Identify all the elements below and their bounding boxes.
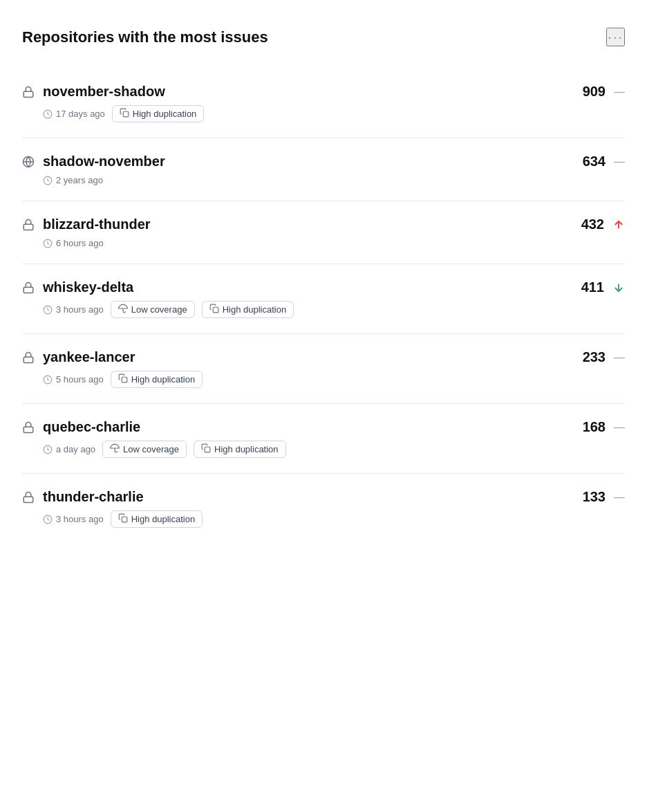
time-label: a day ago [56,444,95,454]
clock-icon [43,375,53,385]
lock-icon [22,491,35,504]
repo-right: 233 — [583,349,625,365]
time-label: 5 hours ago [56,374,104,385]
repo-count: 233 [583,349,606,365]
badge-duplication: High duplication [111,371,203,388]
repo-name: shadow-november [43,154,165,169]
repo-meta-row: 17 days ago High duplication [43,105,625,122]
repo-count: 634 [583,154,606,169]
repo-right: 909 — [583,84,625,100]
badge-coverage: Low coverage [102,441,187,458]
svg-rect-15 [122,377,127,382]
repo-count: 432 [581,216,604,232]
repo-main-row: blizzard-thunder 432 [22,216,625,232]
repo-time: 3 hours ago [43,514,104,524]
badge-label: High duplication [223,304,287,315]
repo-right: 133 — [583,489,625,505]
lock-icon [22,282,35,294]
repo-name: yankee-lancer [43,349,135,365]
repo-meta-row: 3 hours ago High duplication [43,510,625,528]
repo-left: thunder-charlie [22,489,144,505]
badge-label: High duplication [214,444,279,454]
repo-main-row: november-shadow 909 — [22,84,625,100]
coverage-badge-icon [110,443,120,455]
lock-icon [22,219,35,231]
lock-icon [22,351,35,364]
clock-icon [43,305,53,315]
repo-left: blizzard-thunder [22,216,151,232]
repo-count: 168 [583,419,606,435]
badge-label: Low coverage [131,304,187,315]
repo-meta-row: 6 hours ago [43,238,625,248]
repo-left: quebec-charlie [22,419,140,435]
repo-count: 909 [583,84,606,100]
trend-neutral-icon: — [614,86,625,98]
repo-time: 5 hours ago [43,374,104,385]
more-menu-button[interactable]: ··· [606,28,625,46]
clock-icon [43,445,53,454]
time-label: 3 hours ago [56,304,104,315]
repo-time: 3 hours ago [43,304,104,315]
trend-neutral-icon: — [614,491,625,504]
clock-icon [43,109,53,119]
repo-meta-row: 2 years ago [43,175,625,185]
time-label: 6 hours ago [56,238,104,248]
repo-main-row: thunder-charlie 133 — [22,489,625,505]
clock-icon [43,515,53,524]
list-item: thunder-charlie 133 — 3 hours ago High d… [22,474,625,543]
list-item: blizzard-thunder 432 6 hours ago [22,201,625,264]
time-label: 17 days ago [56,109,105,119]
repo-time: a day ago [43,444,95,454]
badge-duplication: High duplication [202,301,294,318]
badge-label: High duplication [131,374,196,385]
repo-main-row: shadow-november 634 — [22,154,625,169]
clock-icon [43,239,53,248]
repo-left: november-shadow [22,84,165,100]
duplication-badge-icon [120,108,129,120]
list-item: quebec-charlie 168 — a day ago Low cover… [22,404,625,474]
time-label: 2 years ago [56,175,103,185]
repo-right: 432 [581,216,625,232]
duplication-badge-icon [209,304,219,315]
lock-icon [22,86,35,98]
trend-neutral-icon: — [614,156,625,168]
repo-name: november-shadow [43,84,165,100]
badge-duplication: High duplication [194,441,286,458]
badge-label: High duplication [133,109,197,119]
coverage-badge-icon [118,304,128,315]
repo-time: 17 days ago [43,109,105,119]
repo-time: 2 years ago [43,175,103,185]
duplication-badge-icon [201,443,211,455]
svg-rect-0 [24,91,33,97]
repo-meta-row: 5 hours ago High duplication [43,371,625,388]
repo-name: whiskey-delta [43,279,133,295]
svg-rect-19 [24,497,33,502]
badge-label: High duplication [131,514,196,524]
repo-left: shadow-november [22,154,165,169]
svg-rect-6 [24,224,33,230]
repository-list: november-shadow 909 — 17 days ago High d… [22,68,625,543]
repo-name: thunder-charlie [43,489,144,505]
svg-rect-13 [24,357,33,362]
repo-left: yankee-lancer [22,349,135,365]
list-item: november-shadow 909 — 17 days ago High d… [22,68,625,138]
repo-main-row: yankee-lancer 233 — [22,349,625,365]
page-title: Repositories with the most issues [22,28,268,46]
repo-count: 411 [581,279,604,295]
trend-down-icon [612,282,625,294]
repo-name: quebec-charlie [43,419,140,435]
repo-main-row: whiskey-delta 411 [22,279,625,295]
repo-right: 168 — [583,419,625,435]
repo-name: blizzard-thunder [43,216,151,232]
repo-main-row: quebec-charlie 168 — [22,419,625,435]
list-item: yankee-lancer 233 — 5 hours ago High dup… [22,334,625,404]
repo-meta-row: a day ago Low coverage High duplication [43,441,625,458]
badge-duplication: High duplication [111,510,203,528]
repo-left: whiskey-delta [22,279,133,295]
repo-meta-row: 3 hours ago Low coverage High duplicatio… [43,301,625,318]
badge-label: Low coverage [123,444,179,454]
svg-rect-12 [213,307,218,313]
repo-right: 634 — [583,154,625,169]
page-header: Repositories with the most issues ··· [22,28,625,46]
badge-duplication: High duplication [112,105,205,122]
